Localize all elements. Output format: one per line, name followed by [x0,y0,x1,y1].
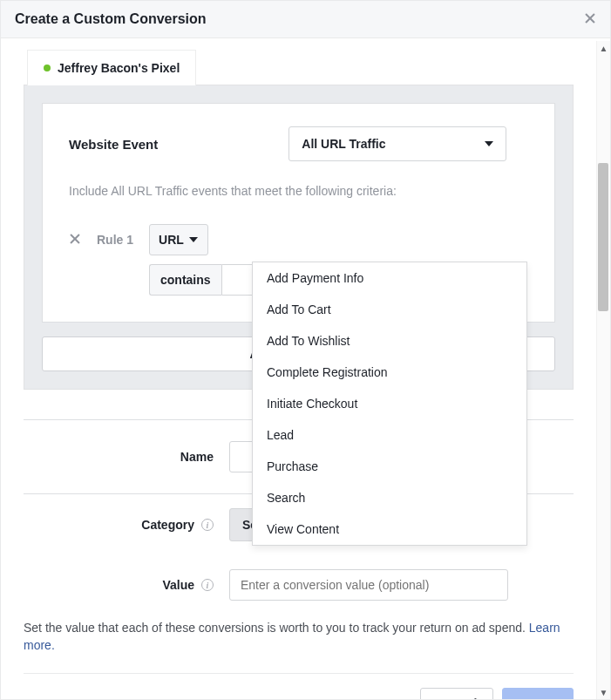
website-event-row: Website Event All URL Traffic [69,126,528,161]
website-event-select[interactable]: All URL Traffic [289,126,506,161]
cancel-button[interactable]: Cancel [420,688,493,699]
rule-field-select[interactable]: URL [149,224,208,255]
scroll-down-icon[interactable]: ▼ [597,685,610,699]
category-dropdown-menu: Add Payment InfoAdd To CartAdd To Wishli… [252,262,527,546]
info-icon[interactable]: i [201,519,214,531]
category-option[interactable]: Initiate Checkout [253,388,526,419]
info-icon[interactable]: i [201,579,214,591]
website-event-value: All URL Traffic [302,137,385,151]
status-dot-icon [44,65,51,71]
category-option[interactable]: Add To Wishlist [253,325,526,357]
chevron-down-icon [485,141,493,146]
website-event-label: Website Event [69,137,158,152]
category-option[interactable]: Complete Registration [253,357,526,388]
value-input[interactable] [229,569,508,601]
rule-label: Rule 1 [97,233,133,247]
category-option[interactable]: Lead [253,419,526,451]
criteria-text: Include All URL Traffic events that meet… [69,184,528,198]
category-option[interactable]: Search [253,482,526,513]
value-help-text: Set the value that each of these convers… [24,620,574,654]
pixel-tab[interactable]: Jeffrey Bacon's Pixel [27,50,196,85]
name-label: Name [180,450,214,464]
pixel-name: Jeffrey Bacon's Pixel [58,61,180,75]
rule-operator-select[interactable]: contains [149,264,221,296]
category-option[interactable]: Add Payment Info [253,262,526,294]
remove-rule-icon[interactable] [69,233,81,248]
rule-operator-value: contains [160,273,211,287]
category-option[interactable]: View Content [253,513,526,545]
category-option[interactable]: Add To Cart [253,294,526,325]
dialog-footer: Cancel Create [24,673,574,699]
value-row: Value i [24,555,574,615]
scrollbar-track[interactable]: ▲ ▼ [596,41,610,699]
value-label: Value [162,578,194,592]
scrollbar-thumb[interactable] [598,163,608,311]
create-button[interactable]: Create [502,688,574,699]
scroll-up-icon[interactable]: ▲ [597,41,610,55]
rule-field-value: URL [159,233,184,247]
chevron-down-icon [189,237,198,242]
category-option[interactable]: Purchase [253,451,526,482]
close-icon[interactable] [584,11,596,27]
custom-conversion-dialog: Create a Custom Conversion Jeffrey Bacon… [0,0,611,700]
dialog-header: Create a Custom Conversion [1,1,610,38]
category-label: Category [141,518,194,532]
dialog-body: Jeffrey Bacon's Pixel Website Event All … [1,41,610,699]
dialog-title: Create a Custom Conversion [15,11,207,27]
value-help-sentence: Set the value that each of these convers… [24,621,526,635]
